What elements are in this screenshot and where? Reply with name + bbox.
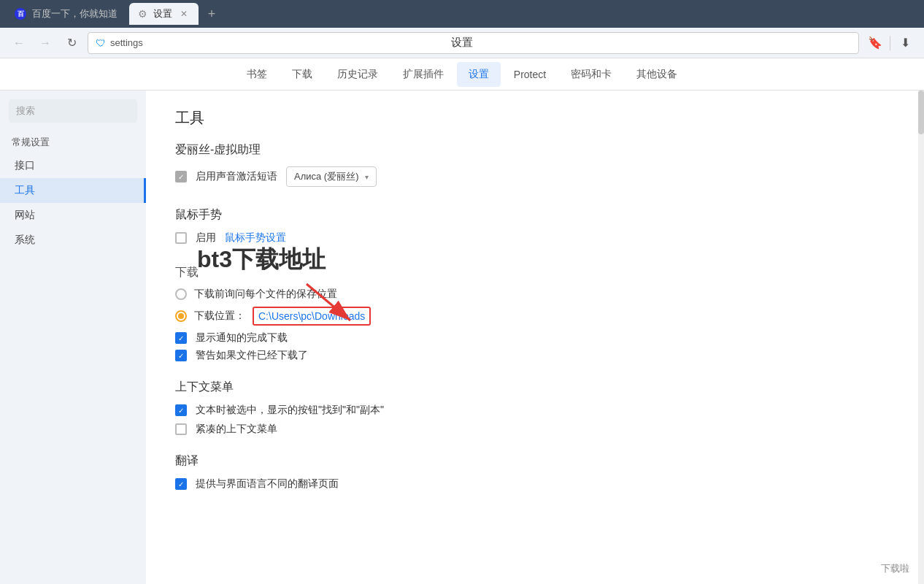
svg-line-1 (307, 284, 350, 320)
scrollbar[interactable] (918, 91, 924, 584)
refresh-button[interactable]: ↻ (61, 33, 82, 53)
download-checkbox1-row: 显示通知的完成下载 (175, 331, 895, 345)
translation-checkbox1[interactable] (175, 478, 187, 490)
page-title: 设置 (451, 36, 473, 50)
tab-history[interactable]: 历史记录 (326, 62, 390, 87)
alice-checkbox[interactable] (175, 171, 187, 182)
context-checkbox2-row: 紧凑的上下文菜单 (175, 423, 895, 436)
tab-bookmarks[interactable]: 书签 (235, 62, 279, 87)
sidebar-item-interface[interactable]: 接口 (0, 153, 146, 178)
tab-bar: 百 百度一下，你就知道 ⚙ 设置 ✕ + (0, 0, 924, 28)
sidebar-item-system[interactable]: 系统 (0, 228, 146, 253)
tab-settings-tab[interactable]: ⚙ 设置 ✕ (129, 3, 199, 25)
url-text: settings (110, 37, 143, 48)
translation-checkbox1-label: 提供与界面语言不同的翻译页面 (196, 477, 339, 491)
tab-extensions[interactable]: 扩展插件 (391, 62, 455, 87)
address-input[interactable]: 🛡 settings (88, 32, 859, 54)
annotation-text: bt3下载地址 (197, 244, 326, 276)
translation-title: 翻译 (175, 453, 895, 469)
baidu-icon: 百 (15, 8, 26, 20)
download-option2-row: 下载位置： C:\Users\pc\Downloads (175, 307, 895, 326)
alice-checkbox-label: 启用声音激活短语 (196, 170, 277, 183)
tab-passwords[interactable]: 密码和卡 (559, 62, 623, 87)
download-checkbox2-row: 警告如果文件已经下载了 (175, 349, 895, 362)
download-option1-radio[interactable] (175, 288, 187, 300)
new-tab-button[interactable]: + (201, 4, 222, 24)
context-checkbox1-label: 文本时被选中，显示的按钮"找到"和"副本" (196, 404, 384, 417)
tab-baidu[interactable]: 百 百度一下，你就知道 (6, 3, 126, 25)
nav-tabs: 书签 下载 历史记录 扩展插件 设置 Protect 密码和卡 其他设备 (0, 58, 924, 91)
alice-section: 爱丽丝-虚拟助理 启用声音激活短语 Алиса (爱丽丝) ▾ (175, 142, 895, 187)
download-button[interactable]: ⬇ (895, 33, 915, 53)
toolbar-actions: 🔖 ⬇ (865, 33, 915, 53)
mouse-gesture-label: 启用 (196, 231, 216, 245)
download-notify-label: 显示通知的完成下载 (196, 331, 288, 345)
tab-protect[interactable]: Protect (502, 63, 558, 86)
gear-icon: ⚙ (138, 8, 147, 20)
mouse-gesture-section: 鼠标手势 启用 鼠标手势设置 (175, 207, 895, 245)
alice-dropdown[interactable]: Алиса (爱丽丝) ▾ (286, 166, 377, 187)
context-menu-title: 上下文菜单 (175, 380, 895, 395)
divider (890, 36, 890, 50)
scrollbar-thumb[interactable] (918, 91, 924, 134)
mouse-gesture-link[interactable]: 鼠标手势设置 (225, 231, 286, 245)
download-warn-label: 警告如果文件已经下载了 (196, 349, 308, 362)
page-section-title: 工具 (175, 108, 895, 128)
sidebar-item-website[interactable]: 网站 (0, 203, 146, 228)
context-checkbox2[interactable] (175, 423, 187, 435)
sidebar: 搜索 常规设置 接口 工具 网站 系统 (0, 91, 146, 584)
translation-section: 翻译 提供与界面语言不同的翻译页面 (175, 453, 895, 491)
alice-dropdown-value: Алиса (爱丽丝) (294, 170, 359, 183)
sidebar-section-title: 常规设置 (0, 131, 146, 153)
address-bar: ← → ↻ 🛡 settings 设置 🔖 ⬇ (0, 28, 924, 58)
settings-panel: bt3下载地址 工具 爱丽丝-虚拟助理 启用声音激活短语 Алиса (爱丽丝)… (146, 91, 924, 584)
download-option1-row: 下载前询问每个文件的保存位置 (175, 288, 895, 301)
context-checkbox2-label: 紧凑的上下文菜单 (196, 423, 277, 436)
back-button[interactable]: ← (9, 33, 29, 53)
sidebar-item-tools[interactable]: 工具 (0, 178, 146, 203)
bookmark-button[interactable]: 🔖 (865, 33, 885, 53)
red-arrow-icon (285, 277, 372, 335)
shield-icon: 🛡 (96, 37, 106, 49)
download-option2-radio[interactable] (175, 310, 187, 322)
context-checkbox1[interactable] (175, 404, 187, 416)
search-placeholder: 搜索 (16, 104, 35, 118)
forward-button[interactable]: → (35, 33, 55, 53)
context-menu-section: 上下文菜单 文本时被选中，显示的按钮"找到"和"副本" 紧凑的上下文菜单 (175, 380, 895, 436)
alice-title: 爱丽丝-虚拟助理 (175, 142, 895, 158)
watermark: 下载啦 (881, 562, 909, 575)
mouse-gesture-checkbox[interactable] (175, 232, 187, 244)
download-section: 下载 下载前询问每个文件的保存位置 下载位置： C:\Users\pc\Down… (175, 265, 895, 362)
tab-settings-nav[interactable]: 设置 (457, 62, 501, 87)
main-content: 搜索 常规设置 接口 工具 网站 系统 bt3下载地址 工具 爱丽丝-虚拟助理 … (0, 91, 924, 584)
mouse-gesture-title: 鼠标手势 (175, 207, 895, 223)
sidebar-search[interactable]: 搜索 (9, 99, 137, 123)
download-option2-label: 下载位置： (194, 310, 245, 323)
tab-devices[interactable]: 其他设备 (625, 62, 689, 87)
tab-baidu-label: 百度一下，你就知道 (32, 7, 118, 20)
mouse-gesture-row: 启用 鼠标手势设置 (175, 231, 895, 245)
translation-checkbox1-row: 提供与界面语言不同的翻译页面 (175, 477, 895, 491)
download-warn-checkbox[interactable] (175, 350, 187, 361)
tab-close-button[interactable]: ✕ (178, 8, 190, 20)
tab-settings-label: 设置 (153, 7, 172, 20)
tab-downloads[interactable]: 下载 (280, 62, 324, 87)
download-notify-checkbox[interactable] (175, 332, 187, 344)
alice-row: 启用声音激活短语 Алиса (爱丽丝) ▾ (175, 166, 895, 187)
dropdown-arrow-icon: ▾ (365, 173, 369, 181)
context-checkbox1-row: 文本时被选中，显示的按钮"找到"和"副本" (175, 404, 895, 417)
